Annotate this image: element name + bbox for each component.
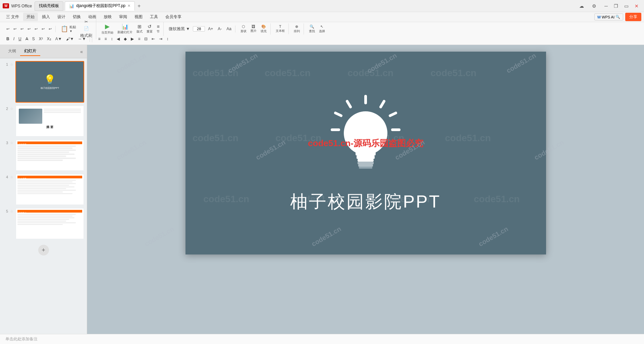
section-label: 节 [157, 30, 160, 34]
svg-rect-11 [358, 162, 374, 164]
tab-ppt[interactable]: 📊 django柚子校园影院PPT.pp ✕ [65, 1, 135, 11]
tab-close-icon[interactable]: ✕ [127, 4, 130, 8]
menu-tools[interactable]: 工具 [147, 13, 161, 21]
bullet-button[interactable]: ≡ [96, 36, 102, 42]
share-button[interactable]: 分享 [625, 13, 641, 21]
close-button[interactable]: ✕ [632, 2, 641, 10]
slide-star-5[interactable]: ☆ [10, 208, 13, 214]
new-slide-button[interactable]: 📊 新建幻灯片 [116, 22, 134, 36]
slide-thumb-4[interactable]: 社会调查 [15, 174, 84, 205]
cloud-icon[interactable]: ☁ [577, 2, 587, 10]
undo-button[interactable]: ↩ [5, 26, 11, 32]
svg-rect-8 [356, 152, 376, 156]
shapes-button[interactable]: ⬡ 形状 [239, 23, 248, 35]
slide-item-3[interactable]: 3 ☆ 研究背景 [3, 139, 84, 171]
play-from-current-button[interactable]: ▶ 当页开始 [100, 22, 115, 36]
cut-button[interactable]: ✂ [78, 19, 94, 25]
char-spacing-button[interactable]: ↔▼ [76, 36, 88, 42]
line-spacing-button[interactable]: ↕ [109, 36, 114, 42]
restore-button[interactable]: ❐ [611, 2, 621, 10]
find-button[interactable]: 🔍 查找 [307, 23, 317, 35]
menu-file[interactable]: 三 文件 [3, 13, 22, 21]
paste-label: 粘贴 [69, 25, 76, 30]
menu-start[interactable]: 开始 [23, 13, 38, 21]
wps-ai-button[interactable]: W WPS AI 🔍 [594, 13, 623, 20]
clear-format-button[interactable]: Aa [225, 26, 233, 32]
undo5-button[interactable]: ↩ [33, 26, 39, 32]
copy-button[interactable]: 📄 [78, 25, 94, 32]
menu-view[interactable]: 视图 [131, 13, 146, 21]
layout-button[interactable]: ⊞ 版式 [135, 23, 144, 35]
slide-item-2[interactable]: 2 ☆ 摘 要 [3, 105, 84, 137]
notesbar[interactable]: 单击此处添加备注 [0, 334, 644, 344]
add-slide-button[interactable]: + [38, 245, 49, 255]
tab-templates[interactable]: 找稿壳模板 [35, 1, 63, 11]
slide-star-4[interactable]: ☆ [10, 174, 13, 179]
decrease-font-button[interactable]: A- [216, 26, 223, 32]
window-controls: ─ ❐ ▭ ✕ [602, 2, 641, 10]
textbox-button[interactable]: T 文本框 [274, 23, 286, 34]
menu-member[interactable]: 会员专享 [162, 13, 185, 21]
menu-insert[interactable]: 插入 [39, 13, 53, 21]
slide-thumb-5[interactable]: 研究意义 [15, 208, 84, 239]
indent-dec-button[interactable]: ⇤ [150, 36, 157, 42]
number-list-button[interactable]: ≡ [103, 36, 108, 42]
paste-button[interactable]: 📋 粘贴 ▼ [59, 24, 78, 34]
underline-button[interactable]: U [17, 36, 23, 42]
slide-star-3[interactable]: ☆ [10, 139, 13, 145]
highlight-button[interactable]: 🖌▼ [64, 36, 76, 42]
drawing-group: ⬡ 形状 🖼 图片 🎨 填充 [237, 23, 271, 35]
align-left-button[interactable]: ◀ [115, 36, 121, 42]
subscript-button[interactable]: X₂ [45, 36, 53, 42]
text-direction-button[interactable]: ↕ [165, 36, 170, 42]
slide-title[interactable]: 柚子校园影院PPT [290, 190, 441, 214]
fontsize-input[interactable] [193, 26, 205, 32]
justify-button[interactable]: ≡ [136, 36, 142, 42]
slide-thumb-1[interactable]: 💡 柚子校园影院PPT [15, 61, 84, 103]
tab-slides[interactable]: 幻灯片 [20, 47, 40, 56]
strikethrough-button[interactable]: A̶ [24, 36, 30, 42]
column-button[interactable]: ⊟ [143, 36, 149, 42]
slide-thumb-3[interactable]: 研究背景 [15, 139, 84, 171]
slide-thumb-2[interactable]: 摘 要 [15, 105, 84, 137]
undo4-button[interactable]: ↩ [26, 26, 32, 32]
align-center-button[interactable]: ◆ [122, 36, 128, 42]
arrange-button[interactable]: ⊕ 排列 [292, 23, 302, 35]
font-color-button[interactable]: A▼ [54, 36, 64, 42]
menu-right: W WPS AI 🔍 分享 [594, 13, 641, 21]
undo2-button[interactable]: ↩ [12, 26, 18, 32]
undo3-button[interactable]: ↩ [19, 26, 25, 32]
section-button[interactable]: ≡ 节 [155, 23, 161, 35]
thumb3-header: 研究背景 [17, 141, 82, 144]
fill-button[interactable]: 🎨 填充 [259, 23, 268, 35]
add-tab-button[interactable]: + [136, 3, 142, 9]
settings-icon[interactable]: ⚙ [589, 2, 599, 10]
font-select-button[interactable]: 微软雅黑 ▼ [167, 25, 192, 33]
slide-item-1[interactable]: 1 ☆ 💡 柚子校园影院PPT [3, 61, 84, 103]
indent-inc-button[interactable]: ⇥ [157, 36, 164, 42]
tab-outline[interactable]: 大纲 [4, 47, 20, 56]
minimize-button[interactable]: ─ [602, 2, 610, 10]
slide-star-2[interactable]: ☆ [10, 105, 13, 111]
menu-slideshow[interactable]: 放映 [100, 13, 115, 21]
select-button[interactable]: ↖ 选择 [317, 23, 327, 35]
slide-item-5[interactable]: 5 ☆ 研究意义 [3, 208, 84, 239]
menu-review[interactable]: 审阅 [116, 13, 130, 21]
superscript-button[interactable]: X² [37, 36, 45, 42]
increase-font-button[interactable]: A+ [206, 26, 215, 32]
collapse-sidebar-button[interactable]: « [80, 49, 83, 54]
undo7-button[interactable]: ↩ [47, 26, 53, 32]
slide-number-5: 5 [3, 208, 8, 213]
italic-button[interactable]: I [12, 36, 16, 42]
shadow-button[interactable]: S [31, 36, 37, 42]
slide-star-1[interactable]: ☆ [10, 61, 13, 67]
bold-button[interactable]: B [5, 36, 11, 42]
reset-button[interactable]: ↺ 重置 [145, 23, 154, 35]
maximize-button[interactable]: ▭ [622, 2, 631, 10]
canvas-area[interactable]: code51.cn code51.cn code51.cn code51.cn … [87, 45, 644, 334]
undo6-button[interactable]: ↩ [40, 26, 46, 32]
align-right-button[interactable]: ▶ [129, 36, 136, 42]
slide-item-4[interactable]: 4 ☆ 社会调查 [3, 174, 84, 205]
slide-canvas[interactable]: code51.cn code51.cn code51.cn code51.cn … [185, 52, 546, 254]
image-button[interactable]: 🖼 图片 [249, 23, 258, 34]
